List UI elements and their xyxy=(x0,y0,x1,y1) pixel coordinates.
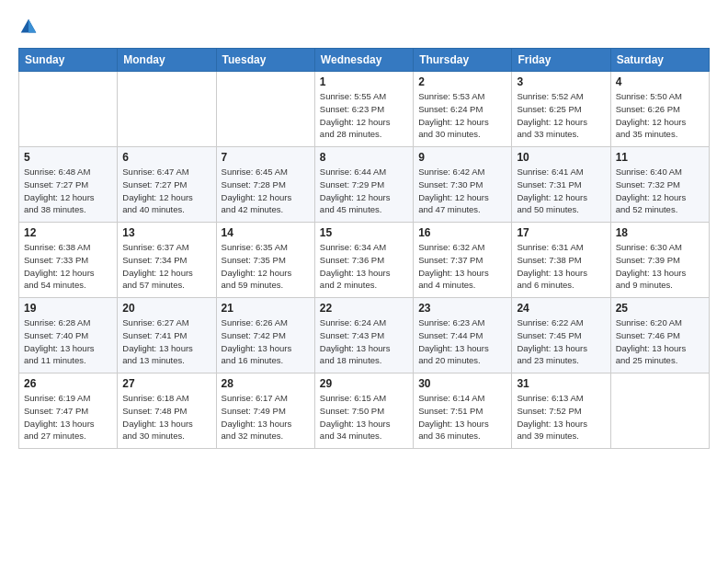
day-info: Sunrise: 6:18 AM Sunset: 7:48 PM Dayligh… xyxy=(122,392,210,442)
day-info: Sunrise: 6:42 AM Sunset: 7:30 PM Dayligh… xyxy=(418,166,506,216)
day-number: 28 xyxy=(222,377,310,390)
calendar-cell: 20Sunrise: 6:27 AM Sunset: 7:41 PM Dayli… xyxy=(118,298,216,373)
day-header-tuesday: Tuesday xyxy=(216,49,314,72)
day-number: 19 xyxy=(24,302,112,315)
calendar-cell: 12Sunrise: 6:38 AM Sunset: 7:33 PM Dayli… xyxy=(19,223,118,298)
day-number: 9 xyxy=(418,151,506,164)
calendar-table: SundayMondayTuesdayWednesdayThursdayFrid… xyxy=(18,48,710,449)
day-info: Sunrise: 6:40 AM Sunset: 7:32 PM Dayligh… xyxy=(616,166,704,216)
calendar-week-5: 26Sunrise: 6:19 AM Sunset: 7:47 PM Dayli… xyxy=(19,373,710,449)
day-header-saturday: Saturday xyxy=(610,49,709,72)
day-info: Sunrise: 6:44 AM Sunset: 7:29 PM Dayligh… xyxy=(320,166,408,216)
calendar-week-3: 12Sunrise: 6:38 AM Sunset: 7:33 PM Dayli… xyxy=(19,223,710,298)
calendar-cell xyxy=(610,373,709,449)
day-number: 15 xyxy=(320,226,408,239)
calendar-cell: 8Sunrise: 6:44 AM Sunset: 7:29 PM Daylig… xyxy=(314,147,413,223)
day-number: 13 xyxy=(122,226,210,239)
calendar-cell: 26Sunrise: 6:19 AM Sunset: 7:47 PM Dayli… xyxy=(19,373,118,449)
calendar-cell: 18Sunrise: 6:30 AM Sunset: 7:39 PM Dayli… xyxy=(610,223,709,298)
day-number: 7 xyxy=(222,151,310,164)
day-number: 16 xyxy=(418,226,506,239)
day-info: Sunrise: 6:13 AM Sunset: 7:52 PM Dayligh… xyxy=(517,392,605,442)
day-info: Sunrise: 6:37 AM Sunset: 7:34 PM Dayligh… xyxy=(122,241,210,292)
calendar-header-row: SundayMondayTuesdayWednesdayThursdayFrid… xyxy=(19,49,710,72)
calendar-cell: 29Sunrise: 6:15 AM Sunset: 7:50 PM Dayli… xyxy=(314,373,413,449)
svg-marker-1 xyxy=(28,19,36,33)
day-info: Sunrise: 6:35 AM Sunset: 7:35 PM Dayligh… xyxy=(222,241,310,292)
calendar-cell: 25Sunrise: 6:20 AM Sunset: 7:46 PM Dayli… xyxy=(610,298,709,373)
day-info: Sunrise: 6:28 AM Sunset: 7:40 PM Dayligh… xyxy=(24,316,112,367)
day-number: 29 xyxy=(320,377,408,390)
logo-icon xyxy=(18,17,39,37)
day-info: Sunrise: 5:52 AM Sunset: 6:25 PM Dayligh… xyxy=(517,90,605,141)
calendar-cell: 13Sunrise: 6:37 AM Sunset: 7:34 PM Dayli… xyxy=(118,223,216,298)
day-number: 22 xyxy=(320,302,408,315)
header xyxy=(18,17,710,37)
day-info: Sunrise: 5:53 AM Sunset: 6:24 PM Dayligh… xyxy=(418,90,506,141)
day-number: 10 xyxy=(517,151,605,164)
day-info: Sunrise: 6:41 AM Sunset: 7:31 PM Dayligh… xyxy=(517,166,605,216)
calendar-cell: 1Sunrise: 5:55 AM Sunset: 6:23 PM Daylig… xyxy=(314,72,413,147)
day-info: Sunrise: 6:20 AM Sunset: 7:46 PM Dayligh… xyxy=(616,316,704,367)
calendar-cell: 19Sunrise: 6:28 AM Sunset: 7:40 PM Dayli… xyxy=(19,298,118,373)
calendar-cell: 21Sunrise: 6:26 AM Sunset: 7:42 PM Dayli… xyxy=(216,298,314,373)
day-info: Sunrise: 6:26 AM Sunset: 7:42 PM Dayligh… xyxy=(222,316,310,367)
day-number: 5 xyxy=(24,151,112,164)
logo xyxy=(18,17,42,37)
calendar-cell: 6Sunrise: 6:47 AM Sunset: 7:27 PM Daylig… xyxy=(118,147,216,223)
day-number: 8 xyxy=(320,151,408,164)
day-number: 3 xyxy=(517,75,605,88)
calendar-cell: 16Sunrise: 6:32 AM Sunset: 7:37 PM Dayli… xyxy=(414,223,512,298)
calendar-cell: 10Sunrise: 6:41 AM Sunset: 7:31 PM Dayli… xyxy=(512,147,610,223)
day-number: 12 xyxy=(24,226,112,239)
day-number: 4 xyxy=(616,75,704,88)
day-info: Sunrise: 6:30 AM Sunset: 7:39 PM Dayligh… xyxy=(616,241,704,292)
day-header-sunday: Sunday xyxy=(19,49,118,72)
day-header-thursday: Thursday xyxy=(414,49,512,72)
calendar-week-4: 19Sunrise: 6:28 AM Sunset: 7:40 PM Dayli… xyxy=(19,298,710,373)
day-info: Sunrise: 6:38 AM Sunset: 7:33 PM Dayligh… xyxy=(24,241,112,292)
day-number: 24 xyxy=(517,302,605,315)
day-info: Sunrise: 6:47 AM Sunset: 7:27 PM Dayligh… xyxy=(122,166,210,216)
day-info: Sunrise: 6:48 AM Sunset: 7:27 PM Dayligh… xyxy=(24,166,112,216)
calendar-cell: 3Sunrise: 5:52 AM Sunset: 6:25 PM Daylig… xyxy=(512,72,610,147)
day-number: 6 xyxy=(122,151,210,164)
day-number: 2 xyxy=(418,75,506,88)
day-number: 17 xyxy=(517,226,605,239)
calendar-cell xyxy=(118,72,216,147)
day-info: Sunrise: 6:23 AM Sunset: 7:44 PM Dayligh… xyxy=(418,316,506,367)
day-info: Sunrise: 6:31 AM Sunset: 7:38 PM Dayligh… xyxy=(517,241,605,292)
calendar-week-1: 1Sunrise: 5:55 AM Sunset: 6:23 PM Daylig… xyxy=(19,72,710,147)
day-info: Sunrise: 6:19 AM Sunset: 7:47 PM Dayligh… xyxy=(24,392,112,442)
day-number: 23 xyxy=(418,302,506,315)
day-number: 14 xyxy=(222,226,310,239)
day-info: Sunrise: 6:24 AM Sunset: 7:43 PM Dayligh… xyxy=(320,316,408,367)
day-info: Sunrise: 5:55 AM Sunset: 6:23 PM Dayligh… xyxy=(320,90,408,141)
calendar-cell xyxy=(19,72,118,147)
calendar-cell: 23Sunrise: 6:23 AM Sunset: 7:44 PM Dayli… xyxy=(414,298,512,373)
day-header-wednesday: Wednesday xyxy=(314,49,413,72)
calendar-cell: 11Sunrise: 6:40 AM Sunset: 7:32 PM Dayli… xyxy=(610,147,709,223)
day-info: Sunrise: 6:45 AM Sunset: 7:28 PM Dayligh… xyxy=(222,166,310,216)
day-number: 26 xyxy=(24,377,112,390)
calendar-cell: 30Sunrise: 6:14 AM Sunset: 7:51 PM Dayli… xyxy=(414,373,512,449)
day-number: 1 xyxy=(320,75,408,88)
day-number: 25 xyxy=(616,302,704,315)
day-number: 31 xyxy=(517,377,605,390)
calendar-cell: 5Sunrise: 6:48 AM Sunset: 7:27 PM Daylig… xyxy=(19,147,118,223)
calendar-cell: 15Sunrise: 6:34 AM Sunset: 7:36 PM Dayli… xyxy=(314,223,413,298)
day-number: 20 xyxy=(122,302,210,315)
calendar-cell: 22Sunrise: 6:24 AM Sunset: 7:43 PM Dayli… xyxy=(314,298,413,373)
calendar-cell: 28Sunrise: 6:17 AM Sunset: 7:49 PM Dayli… xyxy=(216,373,314,449)
calendar-cell: 4Sunrise: 5:50 AM Sunset: 6:26 PM Daylig… xyxy=(610,72,709,147)
day-header-friday: Friday xyxy=(512,49,610,72)
day-info: Sunrise: 6:17 AM Sunset: 7:49 PM Dayligh… xyxy=(222,392,310,442)
calendar-cell: 17Sunrise: 6:31 AM Sunset: 7:38 PM Dayli… xyxy=(512,223,610,298)
calendar-cell: 14Sunrise: 6:35 AM Sunset: 7:35 PM Dayli… xyxy=(216,223,314,298)
day-info: Sunrise: 6:34 AM Sunset: 7:36 PM Dayligh… xyxy=(320,241,408,292)
day-info: Sunrise: 5:50 AM Sunset: 6:26 PM Dayligh… xyxy=(616,90,704,141)
page: SundayMondayTuesdayWednesdayThursdayFrid… xyxy=(0,0,728,563)
calendar-week-2: 5Sunrise: 6:48 AM Sunset: 7:27 PM Daylig… xyxy=(19,147,710,223)
day-info: Sunrise: 6:32 AM Sunset: 7:37 PM Dayligh… xyxy=(418,241,506,292)
day-number: 18 xyxy=(616,226,704,239)
